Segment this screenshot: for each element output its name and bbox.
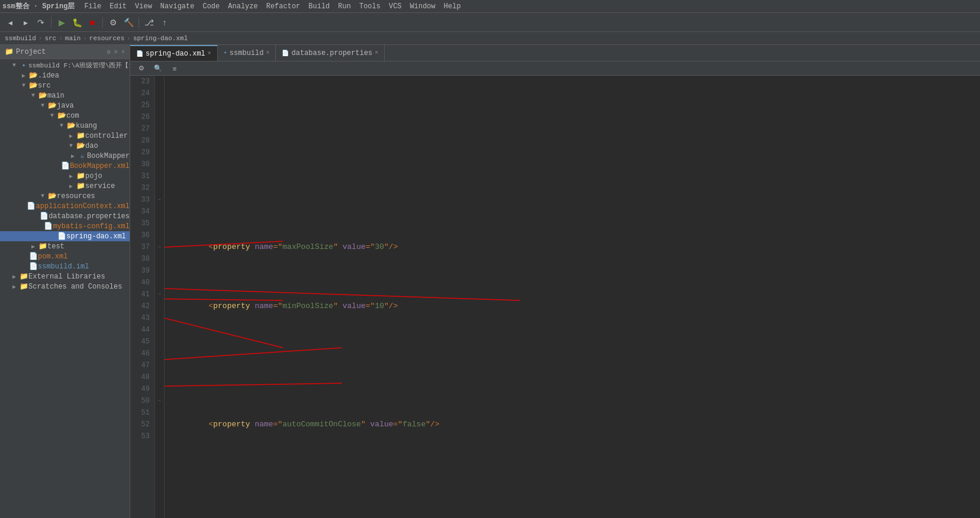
tree-item-dao[interactable]: ▼ 📂 dao	[0, 141, 130, 151]
menu-build[interactable]: Build	[305, 1, 333, 12]
code-content: <property name="maxPoolSize" value="30"/…	[165, 76, 980, 518]
menu-code[interactable]: Code	[199, 1, 223, 12]
menu-edit[interactable]: Edit	[106, 1, 130, 12]
tree-item-idea[interactable]: ▶ 📂 .idea	[0, 70, 130, 80]
tree-item-com[interactable]: ▼ 📂 com	[0, 111, 130, 121]
tree-item-bookmapper[interactable]: ▶ ☕ BookMapper	[0, 151, 130, 161]
pom-icon: 📄	[28, 252, 38, 261]
tree-item-resources[interactable]: ▼ 📂 resources	[0, 191, 130, 201]
code-line-26: <property name="minPoolSize" value="10"/…	[172, 300, 973, 312]
toolbar-debug[interactable]: 🐛	[70, 16, 83, 29]
tab-database-props[interactable]: 📄 database.properties ×	[276, 45, 385, 61]
fold-50[interactable]: −	[155, 395, 164, 407]
tab-db-props-close[interactable]: ×	[375, 50, 378, 56]
toolbar-sep-3	[138, 17, 139, 28]
tree-item-iml[interactable]: ▶ 📄 ssmbuild.iml	[0, 261, 130, 271]
tab-spring-dao-close[interactable]: ×	[208, 50, 211, 57]
tree-item-root[interactable]: ▼ ▪ ssmbuild F:\A班级管理\西开【19525】\2.代码\ssm…	[0, 60, 130, 70]
tab-toolbar: ⚙ 🔍 ≡	[130, 61, 980, 76]
project-tree: ▼ ▪ ssmbuild F:\A班级管理\西开【19525】\2.代码\ssm…	[0, 59, 130, 518]
code-line-25: <property name="maxPoolSize" value="30"/…	[172, 241, 973, 253]
toolbar-recent[interactable]: ↷	[34, 16, 47, 29]
menu-bar: ssm整合 · Spring层 File Edit View Navigate …	[0, 0, 980, 13]
tree-item-main[interactable]: ▼ 📂 main	[0, 90, 130, 101]
toolbar-stop[interactable]: ■	[86, 16, 99, 29]
breadcrumb: ssmbuild › src › main › resources › spri…	[0, 32, 980, 45]
xml-file-icon: 📄	[60, 161, 70, 170]
toolbar-rebuild[interactable]: 🔨	[122, 16, 135, 29]
fold-33[interactable]: −	[155, 194, 164, 206]
menu-navigate[interactable]: Navigate	[157, 1, 198, 12]
line-numbers: 23 24 25 26 27 28 29 30 31 32 33 34 35 3…	[130, 76, 155, 518]
tree-item-ext-libs[interactable]: ▶ 📁 External Libraries	[0, 271, 130, 281]
menu-analyze[interactable]: Analyze	[224, 1, 261, 12]
menu-tools[interactable]: Tools	[356, 1, 384, 12]
svg-line-2	[165, 294, 283, 300]
project-panel: 📁 Project ⚙ ≡ × ▼ ▪ ssmbuild F:\A班级管理\西开…	[0, 45, 130, 518]
toolbar-forward[interactable]: ▸	[19, 16, 32, 29]
tree-item-kuang[interactable]: ▼ 📂 kuang	[0, 121, 130, 131]
tab-ssmbuild-icon: ▪	[224, 50, 227, 56]
menu-file[interactable]: File	[80, 1, 105, 12]
toolbar-git[interactable]: ⎇	[143, 16, 156, 29]
toolbar-back[interactable]: ◂	[4, 16, 17, 29]
bc-src[interactable]: src	[44, 35, 56, 42]
toolbar-commit[interactable]: ↑	[158, 16, 171, 29]
menu-window[interactable]: Window	[407, 1, 439, 12]
menu-view[interactable]: View	[131, 1, 156, 12]
main-layout: 📁 Project ⚙ ≡ × ▼ ▪ ssmbuild F:\A班级管理\西开…	[0, 45, 980, 518]
editor-settings-btn[interactable]: ⚙	[135, 62, 148, 75]
menu-help[interactable]: Help	[440, 1, 465, 12]
code-editor[interactable]: 23 24 25 26 27 28 29 30 31 32 33 34 35 3…	[130, 76, 980, 518]
toolbar-sep-2	[102, 17, 103, 28]
tree-item-pom[interactable]: ▶ 📄 pom.xml	[0, 251, 130, 261]
controller-folder-icon: 📁	[76, 131, 85, 140]
tab-ssmbuild-label: ssmbuild	[230, 49, 264, 57]
menu-refactor[interactable]: Refactor	[263, 1, 304, 12]
toolbar: ◂ ▸ ↷ ▶ 🐛 ■ ⚙ 🔨 ⎇ ↑	[0, 13, 980, 32]
editor-area: 📄 spring-dao.xml × ▪ ssmbuild × 📄 databa…	[130, 45, 980, 518]
folder-icon: 📂	[28, 71, 38, 80]
java-file-icon: ☕	[78, 151, 87, 160]
fold-41[interactable]: −	[155, 289, 164, 300]
bc-ssmbuild[interactable]: ssmbuild	[5, 35, 36, 42]
toolbar-build[interactable]: ⚙	[107, 16, 120, 29]
fold-37[interactable]: −	[155, 241, 164, 253]
kuang-folder-icon: 📂	[66, 121, 76, 130]
test-folder-icon: 📁	[38, 242, 47, 251]
tab-ssmbuild-close[interactable]: ×	[266, 50, 269, 56]
app-title: ssm整合 · Spring层	[2, 1, 75, 11]
spring-dao-icon: 📄	[57, 232, 66, 241]
tree-item-controller[interactable]: ▶ 📁 controller	[0, 131, 130, 141]
com-folder-icon: 📂	[57, 111, 66, 120]
resources-folder-icon: 📂	[47, 192, 57, 200]
tree-item-spring-dao[interactable]: ▶ 📄 spring-dao.xml	[0, 231, 130, 241]
tab-spring-dao[interactable]: 📄 spring-dao.xml ×	[130, 45, 218, 61]
bc-resources[interactable]: resources	[89, 35, 124, 42]
tab-ssmbuild[interactable]: ▪ ssmbuild ×	[218, 45, 276, 61]
gutter: − − − −	[155, 76, 165, 518]
editor-format-btn[interactable]: ≡	[168, 62, 181, 75]
toolbar-run[interactable]: ▶	[55, 16, 68, 29]
tree-item-scratches[interactable]: ▶ 📁 Scratches and Consoles	[0, 281, 130, 292]
tree-item-mybatis-config[interactable]: ▶ 📄 mybatis-config.xml	[0, 221, 130, 231]
iml-icon: 📄	[28, 262, 38, 271]
pojo-folder-icon: 📁	[76, 171, 85, 180]
project-icon: 📁	[5, 47, 14, 56]
bc-main[interactable]: main	[65, 35, 80, 42]
tree-item-test[interactable]: ▶ 📁 test	[0, 241, 130, 251]
dao-folder-icon: 📂	[76, 141, 85, 150]
menu-vcs[interactable]: VCS	[385, 1, 405, 12]
tree-item-src[interactable]: ▼ 📂 src	[0, 80, 130, 90]
bc-file[interactable]: spring-dao.xml	[133, 35, 188, 42]
tree-item-java[interactable]: ▼ 📂 java	[0, 101, 130, 111]
editor-search-btn[interactable]: 🔍	[151, 62, 165, 75]
tab-spring-dao-label: spring-dao.xml	[146, 50, 205, 58]
tree-item-appcontext[interactable]: ▶ 📄 applicationContext.xml	[0, 201, 130, 211]
tree-item-bookmapper-xml[interactable]: ▶ 📄 BookMapper.xml	[0, 161, 130, 171]
tree-item-pojo[interactable]: ▶ 📁 pojo	[0, 171, 130, 181]
code-line-24	[172, 182, 973, 194]
menu-run[interactable]: Run	[334, 1, 354, 12]
tree-item-database-props[interactable]: ▶ 📄 database.properties	[0, 211, 130, 221]
tree-item-service[interactable]: ▶ 📁 service	[0, 181, 130, 191]
